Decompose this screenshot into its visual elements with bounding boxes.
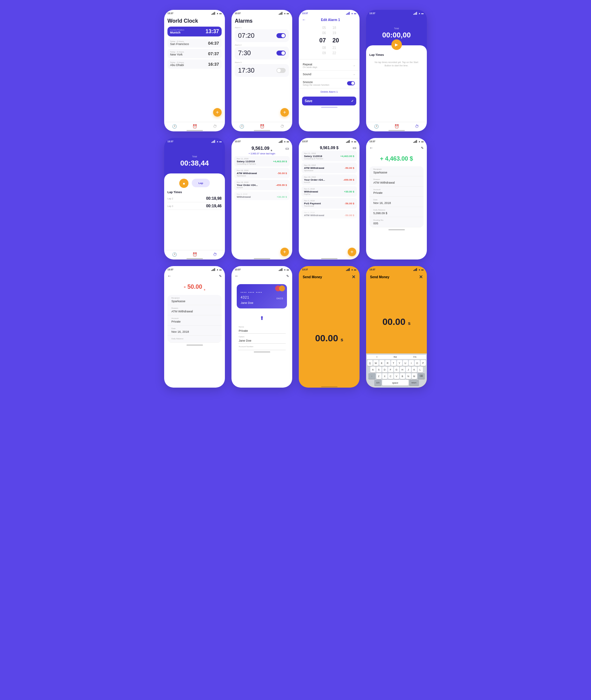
key-u[interactable]: U — [403, 360, 408, 366]
key-x[interactable]: X — [382, 373, 387, 379]
key-k[interactable]: K — [412, 366, 417, 372]
signal-6 — [279, 140, 282, 143]
key-backspace[interactable]: ⌫ — [418, 373, 425, 379]
stop-button[interactable]: ■ — [179, 179, 189, 188]
edit-detail-icon[interactable]: ✎ — [421, 146, 423, 150]
share-icon[interactable]: ⬆ — [232, 312, 292, 324]
key-h[interactable]: H — [400, 366, 405, 372]
trans-3-paypal[interactable]: Nov 3, 2018 WithdrawalPayPal +30.00 $ — [302, 186, 357, 197]
key-d[interactable]: D — [382, 366, 387, 372]
divider-1 — [299, 59, 359, 59]
key-v[interactable]: V — [394, 373, 399, 379]
repeat-option[interactable]: Repeat On week days → — [299, 61, 359, 71]
key-e[interactable]: E — [379, 360, 385, 366]
key-space[interactable]: space — [382, 380, 408, 386]
nav-alarm-icon[interactable]: ⏰ — [192, 124, 197, 129]
send-kbd-amount-display: 00.00 s — [383, 317, 411, 331]
key-l[interactable]: L — [418, 366, 423, 372]
key-w[interactable]: W — [373, 360, 379, 366]
sug-1[interactable]: the — [394, 356, 397, 358]
add-city-button[interactable]: + — [213, 108, 222, 117]
withdrawal-date: Nov 3, 2018 — [237, 193, 287, 195]
alarm-2-toggle[interactable] — [276, 51, 286, 56]
trans-order[interactable]: Nov 18, 2018 Your Order #24... hom24 -45… — [234, 180, 289, 190]
key-b[interactable]: B — [400, 373, 405, 379]
snooze-toggle[interactable] — [347, 81, 355, 85]
trans-salary[interactable]: Nov 11, 2018 Salary 11/2018 Consulting &… — [234, 156, 289, 167]
key-o[interactable]: O — [415, 360, 420, 366]
play-button[interactable]: ▶ — [391, 40, 402, 50]
nav-clock-5[interactable]: 🕐 — [172, 252, 177, 257]
key-j[interactable]: J — [406, 366, 411, 372]
nav-sw-5[interactable]: ⏱ — [213, 252, 217, 257]
key-shift[interactable]: ↑ — [369, 373, 376, 379]
lap-button[interactable]: Lap — [192, 179, 210, 187]
sound-option[interactable]: Sound → — [299, 71, 359, 78]
trans-withdrawal[interactable]: Nov 3, 2018 Withdrawal +30.00 $ — [234, 191, 289, 200]
add-transaction-button[interactable]: + — [280, 248, 289, 256]
alarm-1-toggle[interactable] — [276, 33, 286, 38]
nav-sw-2[interactable]: ⏱ — [280, 124, 284, 129]
picker-row-5: 0922 — [299, 51, 359, 56]
salary-sub: Consulting & Partners — [237, 163, 256, 165]
close-send-button[interactable]: ✕ — [352, 274, 355, 280]
back-arrow-neg[interactable]: ← — [168, 274, 172, 278]
play-icon: ▶ — [395, 42, 398, 47]
trans-3-atm[interactable]: Nov 16, 2018 ATM WithdrawalSparkasse -50… — [302, 163, 357, 173]
status-icons-7: ▲ ▬ — [346, 140, 356, 143]
battery-7: ▬ — [354, 140, 356, 142]
trans-3-pos[interactable]: Nov 3, 2018 PoS PaymentTownhouse -56.00 … — [302, 198, 357, 209]
sug-2[interactable]: I'm — [413, 356, 416, 358]
add-trans-button-3[interactable]: + — [348, 248, 356, 256]
key-g[interactable]: G — [394, 366, 399, 372]
salary-amount: +4,463.00 $ — [273, 160, 287, 163]
back-arrow-card[interactable]: ← — [235, 274, 239, 278]
close-send-kbd-button[interactable]: ✕ — [419, 274, 423, 280]
key-z[interactable]: Z — [376, 373, 382, 379]
time-picker[interactable]: 0518 0619 0720 0821 0922 — [299, 23, 359, 58]
key-f[interactable]: F — [388, 366, 393, 372]
key-p[interactable]: P — [420, 360, 426, 366]
edit-neg-icon[interactable]: ✎ — [219, 274, 222, 278]
nav-clock-icon[interactable]: 🕐 — [172, 124, 177, 129]
nav-alarm-4[interactable]: ⏰ — [394, 124, 399, 129]
card-menu-icon[interactable]: ▭ — [285, 146, 289, 151]
trans-3-order[interactable]: Nov 18, 2018 Your Order #24...hom24 -459… — [302, 174, 357, 185]
trans-atm[interactable]: Nov 16, 2018 ATM Withdrawal Sparkasse -5… — [234, 168, 289, 178]
key-t[interactable]: T — [391, 360, 396, 366]
back-arrow[interactable]: ← — [302, 17, 306, 22]
edit-card-icon[interactable]: ✎ — [286, 274, 289, 278]
nav-alarm-2[interactable]: ⏰ — [260, 124, 265, 129]
delete-alarm-link[interactable]: Delete Alarm 1 — [299, 89, 359, 95]
sw-wave-running: ■ Lap Lap Times Lap 2 00:18,98 Lap 3 00:… — [164, 173, 225, 250]
key-return[interactable]: return — [409, 380, 419, 386]
key-123[interactable]: 123 — [374, 380, 382, 386]
key-y[interactable]: Y — [397, 360, 402, 366]
key-r[interactable]: R — [385, 360, 390, 366]
key-c[interactable]: C — [388, 373, 393, 379]
key-s[interactable]: S — [376, 366, 382, 372]
sug-0[interactable]: I — [377, 356, 377, 358]
nav-stopwatch-icon[interactable]: ⏱ — [213, 124, 217, 129]
alarms-content: Alarms Alarm 1 07:20 Alarm 2 7:30 Alarm … — [232, 15, 292, 122]
city-row-ny: Today - 6 Hours New York 07:37 — [168, 49, 222, 58]
status-time-9: 13:37 — [168, 269, 173, 271]
phone-card: 13:37 ▲ ▬ ← ✎ •••• •••• — [232, 266, 292, 388]
key-i[interactable]: I — [409, 360, 414, 366]
trans-3-atm2[interactable]: Nov 3, 2018 ATM Withdrawal -50.00 $ — [302, 210, 357, 219]
trans-3-salary[interactable]: Nov 11, 2018 Salary 11/2018Consulting & … — [302, 151, 357, 161]
key-m[interactable]: M — [412, 373, 417, 379]
key-n[interactable]: N — [406, 373, 411, 379]
back-arrow-detail[interactable]: ← — [369, 145, 373, 150]
nav-clock-2[interactable]: 🕐 — [239, 124, 244, 129]
nav-sw-4[interactable]: ⏱ — [415, 124, 419, 129]
key-a[interactable]: A — [370, 366, 376, 372]
add-alarm-button[interactable]: + — [280, 108, 289, 117]
nav-clock-4[interactable]: 🕐 — [374, 124, 379, 129]
alarm-3-toggle[interactable] — [276, 68, 286, 73]
key-q[interactable]: Q — [368, 360, 373, 366]
card-acct-value — [238, 348, 286, 350]
save-alarm-button[interactable]: Save ✓ — [302, 97, 356, 106]
nav-alarm-5[interactable]: ⏰ — [192, 252, 197, 257]
card-icon-3[interactable]: ▭ — [353, 145, 356, 150]
